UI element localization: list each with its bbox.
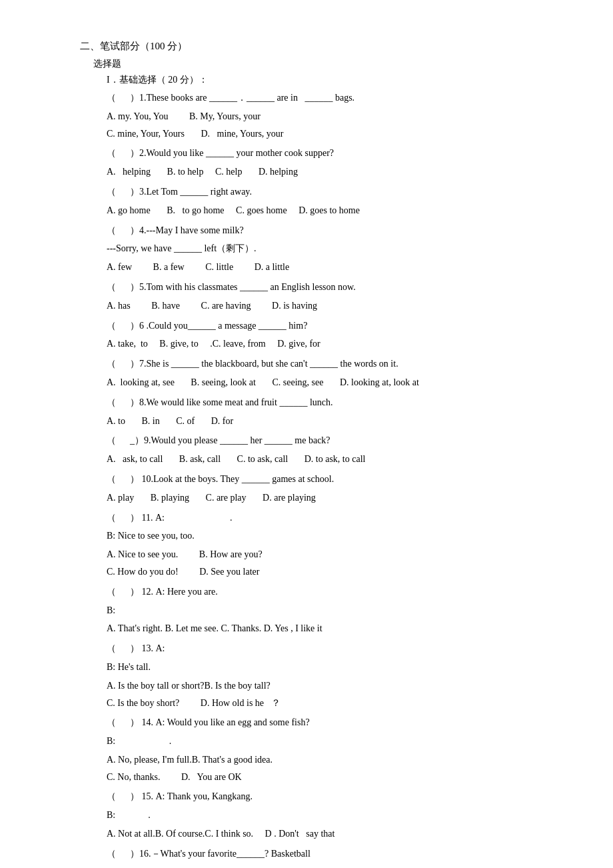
options-7: A. looking at, see B. seeing, look at C.… xyxy=(107,375,560,391)
options-14a: A. No, please, I'm full.B. That's a good… xyxy=(107,752,560,768)
question-5: （ ）5.Tom with his classmates ______ an E… xyxy=(107,279,560,295)
options-15: A. Not at all.B. Of course.C. I think so… xyxy=(107,826,560,842)
options-5: A. has B. have C. are having D. is havin… xyxy=(107,298,560,314)
question-4a: （ ）4.---May I have some milk? xyxy=(107,223,560,239)
options-1b: C. mine, Your, Yours D. mine, Yours, you… xyxy=(107,126,560,142)
options-13a: A. Is the boy tall or short?B. Is the bo… xyxy=(107,678,560,694)
question-10: （ ） 10.Look at the boys. They ______ gam… xyxy=(107,471,560,487)
options-11a: A. Nice to see you. B. How are you? xyxy=(107,547,560,563)
question-9: （ _）9.Would you please ______ her ______… xyxy=(107,433,560,449)
question-13a: （ ） 13. A: xyxy=(107,641,560,657)
question-15b: B: . xyxy=(107,807,560,823)
options-14b: C. No, thanks. D. You are OK xyxy=(107,769,560,785)
question-2: （ ）2.Would you like ______ your mother c… xyxy=(107,145,560,161)
options-3: A. go home B. to go home C. goes home D.… xyxy=(107,203,560,219)
options-9: A. ask, to call B. ask, call C. to ask, … xyxy=(107,451,560,467)
question-11a: （ ） 11. A: . xyxy=(107,510,560,526)
options-12: A. That's right. B. Let me see. C. Thank… xyxy=(107,621,560,637)
options-1: A. my. You, You B. My, Yours, your xyxy=(107,109,560,125)
sub-section2: I．基础选择（ 20 分）： xyxy=(107,74,560,86)
question-8: （ ）8.We would like some meat and fruit _… xyxy=(107,395,560,411)
options-13b: C. Is the boy short? D. How old is he ？ xyxy=(107,695,560,711)
options-6: A. take, to B. give, to .C. leave, from … xyxy=(107,336,560,352)
options-4: A. few B. a few C. little D. a little xyxy=(107,259,560,275)
options-10: A. play B. playing C. are play D. are pl… xyxy=(107,490,560,506)
question-14a: （ ） 14. A: Would you like an egg and som… xyxy=(107,715,560,731)
question-14b: B: . xyxy=(107,733,560,749)
question-12a: （ ） 12. A: Here you are. xyxy=(107,584,560,600)
question-15a: （ ） 15. A: Thank you, Kangkang. xyxy=(107,789,560,805)
question-11b: B: Nice to see you, too. xyxy=(107,528,560,544)
question-13b: B: He's tall. xyxy=(107,659,560,675)
question-4b: ---Sorry, we have ______ left（剩下）. xyxy=(107,241,560,257)
question-6: （ ）6 .Could you______ a message ______ h… xyxy=(107,318,560,334)
question-7: （ ）7.She is ______ the blackboard, but s… xyxy=(107,356,560,372)
options-11b: C. How do you do! D. See you later xyxy=(107,564,560,580)
question-12b: B: xyxy=(107,603,560,619)
options-8: A. to B. in C. of D. for xyxy=(107,413,560,429)
question-3: （ ）3.Let Tom ______ right away. xyxy=(107,184,560,200)
sub-section: 选择题 xyxy=(93,58,560,70)
question-16: （ ）16.－What's your favorite______? Baske… xyxy=(107,846,560,862)
section-title: 二、笔试部分（100 分） xyxy=(80,40,560,53)
options-2: A. helping B. to help C. help D. helping xyxy=(107,164,560,180)
question-1: （ ）1.These books are ______．______ are i… xyxy=(107,90,560,106)
